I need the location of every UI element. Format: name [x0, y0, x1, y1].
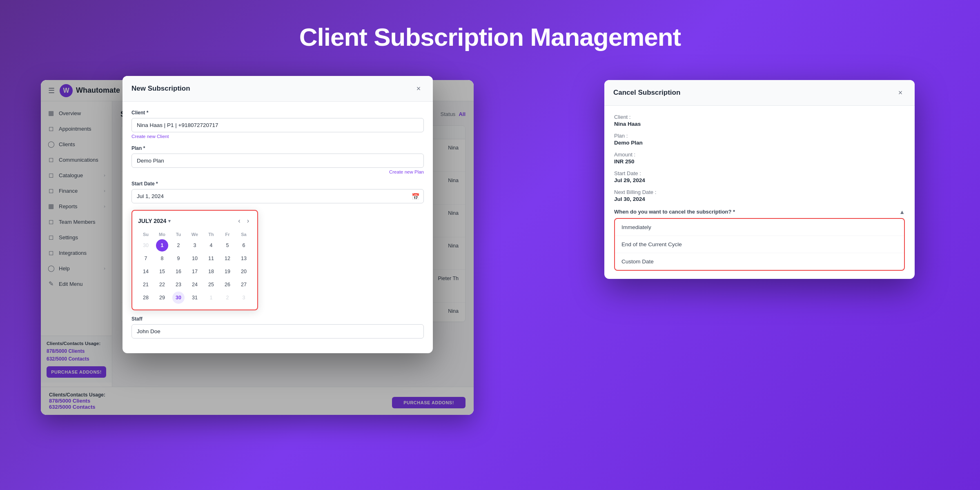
cancel-nextbilling-label: Next Billing Date :: [614, 189, 905, 195]
cancel-plan-label: Plan :: [614, 133, 905, 139]
cal-day-1-sel[interactable]: 1: [156, 239, 168, 252]
cal-day-30-prev[interactable]: 30: [140, 239, 152, 252]
cal-nav: JULY 2024 ▾ ‹ ›: [138, 216, 252, 225]
cal-header-su: Su: [138, 230, 154, 238]
cal-day-30-hi[interactable]: 30: [172, 292, 185, 304]
cancel-client-label: Client :: [614, 114, 905, 120]
plan-field-group: Plan * Create new Plan: [131, 145, 424, 174]
staff-label: Staff: [131, 316, 424, 322]
cancel-amount-field: Amount : INR 250: [614, 151, 905, 165]
cancel-amount-value: INR 250: [614, 158, 905, 165]
start-date-label: Start Date *: [131, 181, 424, 187]
cal-header-tu: Tu: [171, 230, 186, 238]
cancel-sub-dialog: Cancel Subscription × Client : Nina Haas…: [604, 80, 915, 279]
cal-header-sa: Sa: [236, 230, 252, 238]
cal-day-25[interactable]: 25: [205, 278, 217, 291]
cal-next-btn[interactable]: ›: [245, 216, 252, 225]
cal-header-fr: Fr: [220, 230, 235, 238]
create-plan-link[interactable]: Create new Plan: [131, 169, 424, 174]
cal-day-1-next[interactable]: 1: [205, 292, 217, 304]
cal-day-24[interactable]: 24: [189, 278, 201, 291]
cal-day-15[interactable]: 15: [156, 265, 168, 278]
new-sub-header: New Subscription ×: [122, 76, 433, 102]
cal-month-year: JULY 2024 ▾: [138, 218, 171, 224]
cancel-question: When do you want to cancel the subscript…: [614, 209, 905, 215]
cancel-client-field: Client : Nina Haas: [614, 114, 905, 127]
staff-input[interactable]: [131, 324, 424, 339]
calendar-icon[interactable]: 📅: [412, 192, 420, 200]
cancel-option-custom-date[interactable]: Custom Date: [615, 253, 904, 270]
cal-day-27[interactable]: 27: [238, 278, 250, 291]
client-input[interactable]: [131, 118, 424, 132]
cal-day-20[interactable]: 20: [238, 265, 250, 278]
cal-day-2[interactable]: 2: [172, 239, 185, 252]
cal-day-11[interactable]: 11: [205, 252, 217, 265]
cal-day-4[interactable]: 4: [205, 239, 217, 252]
cal-day-22[interactable]: 22: [156, 278, 168, 291]
cancel-amount-label: Amount :: [614, 151, 905, 158]
cal-day-26[interactable]: 26: [221, 278, 234, 291]
new-sub-close-btn[interactable]: ×: [413, 83, 424, 94]
cal-day-23[interactable]: 23: [172, 278, 185, 291]
cancel-nextbilling-value: Jul 30, 2024: [614, 196, 905, 202]
cal-day-2-next[interactable]: 2: [221, 292, 234, 304]
cal-day-12[interactable]: 12: [221, 252, 234, 265]
cancel-plan-value: Demo Plan: [614, 140, 905, 146]
date-input-wrapper: 📅: [131, 189, 424, 203]
new-sub-dialog: New Subscription × Client * Create new C…: [122, 76, 433, 353]
cal-header-mo: Mo: [154, 230, 170, 238]
cal-day-31[interactable]: 31: [189, 292, 201, 304]
plan-field-label: Plan *: [131, 145, 424, 151]
cal-header-th: Th: [203, 230, 219, 238]
cancel-modal-body: Client : Nina Haas Plan : Demo Plan Amou…: [604, 106, 915, 279]
cal-day-3[interactable]: 3: [189, 239, 201, 252]
month-dropdown-arrow[interactable]: ▾: [168, 218, 171, 224]
cal-grid: Su Mo Tu We Th Fr Sa 30 1 2 3 4 5: [138, 230, 252, 304]
cancel-plan-field: Plan : Demo Plan: [614, 133, 905, 146]
cal-day-7[interactable]: 7: [140, 252, 152, 265]
dropdown-arrow-up: ▲: [899, 209, 905, 215]
cal-day-28[interactable]: 28: [140, 292, 152, 304]
panels-wrapper: ☰ W Whautomate ▦ Overview ◻ Appointments: [41, 68, 939, 423]
cancel-options-list: Immediately End of the Current Cycle Cus…: [614, 218, 905, 271]
cal-day-5[interactable]: 5: [221, 239, 234, 252]
cancel-startdate-value: Jul 29, 2024: [614, 177, 905, 183]
cal-day-14[interactable]: 14: [140, 265, 152, 278]
client-field-group: Client * Create new Client: [131, 110, 424, 139]
start-date-field-group: Start Date * 📅: [131, 181, 424, 203]
create-client-link[interactable]: Create new Client: [131, 134, 424, 139]
cancel-nextbilling-field: Next Billing Date : Jul 30, 2024: [614, 189, 905, 202]
cancel-sub-close-btn[interactable]: ×: [895, 87, 906, 98]
cal-day-17[interactable]: 17: [189, 265, 201, 278]
page-title: Client Subscription Management: [299, 22, 681, 51]
cal-day-6[interactable]: 6: [238, 239, 250, 252]
cancel-client-value: Nina Haas: [614, 121, 905, 127]
plan-input[interactable]: [131, 154, 424, 168]
cal-day-3-next[interactable]: 3: [238, 292, 250, 304]
cal-day-21[interactable]: 21: [140, 278, 152, 291]
cancel-option-end-of-cycle[interactable]: End of the Current Cycle: [615, 236, 904, 253]
cal-nav-buttons: ‹ ›: [236, 216, 252, 225]
cal-day-19[interactable]: 19: [221, 265, 234, 278]
page-title-container: Client Subscription Management: [299, 0, 681, 68]
cancel-startdate-field: Start Date : Jul 29, 2024: [614, 170, 905, 183]
cal-day-18[interactable]: 18: [205, 265, 217, 278]
cal-day-10[interactable]: 10: [189, 252, 201, 265]
cancel-sub-title: Cancel Subscription: [613, 89, 680, 97]
cal-day-16[interactable]: 16: [172, 265, 185, 278]
cancel-option-immediately[interactable]: Immediately: [615, 219, 904, 236]
cal-prev-btn[interactable]: ‹: [236, 216, 243, 225]
start-date-input[interactable]: [131, 189, 424, 203]
cal-day-8[interactable]: 8: [156, 252, 168, 265]
cal-day-13[interactable]: 13: [238, 252, 250, 265]
cancel-sub-header: Cancel Subscription ×: [604, 80, 915, 106]
new-sub-title: New Subscription: [131, 85, 190, 93]
cal-header-we: We: [187, 230, 203, 238]
staff-field-group: Staff: [131, 316, 424, 339]
cancel-startdate-label: Start Date :: [614, 170, 905, 176]
client-field-label: Client *: [131, 110, 424, 116]
cal-day-29[interactable]: 29: [156, 292, 168, 304]
new-sub-body: Client * Create new Client Plan * Create…: [122, 102, 433, 353]
cal-day-9[interactable]: 9: [172, 252, 185, 265]
calendar-dropdown: JULY 2024 ▾ ‹ › Su Mo Tu We Th: [131, 210, 258, 310]
